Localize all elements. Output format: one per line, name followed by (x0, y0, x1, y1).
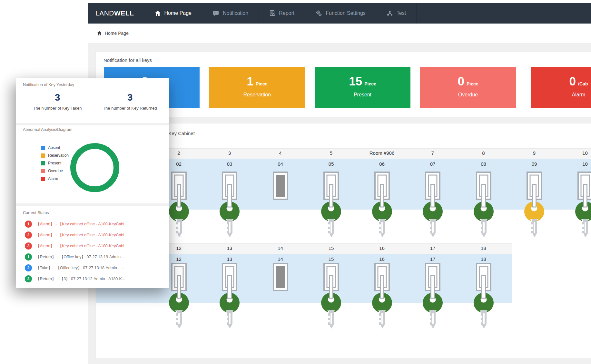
legend-swatch (41, 146, 45, 150)
legend-label: Alarm (48, 176, 58, 181)
nav-item-label: Notification (223, 10, 248, 16)
landwell-logo: LANDWELL (88, 3, 144, 24)
stat-number: 3 (93, 92, 167, 103)
top-nav-bar: LANDWELL Home PageNotificationReportFunc… (88, 3, 591, 24)
legend-item-absent: Absent (41, 145, 60, 150)
logo-text-light: LAND (95, 9, 114, 17)
stat-label: Alarm (531, 92, 591, 98)
key-cabinet-card: r Key Cabinet 202303404505Room #90606707… (95, 123, 591, 358)
status-text: 【Alarm】 - 【Key cabinet offline - A180-Ke… (36, 243, 128, 249)
stat-tile-reservation[interactable]: 1PieceReservation (209, 67, 305, 108)
breadcrumb-label: Home Page (105, 31, 129, 36)
cabinet-column-header: 8 (461, 150, 506, 156)
stat-unit: Piece (364, 81, 376, 86)
cabinet-column-header: 9 (512, 150, 557, 156)
key-slot-number: 08 (461, 161, 506, 167)
stat-tile-alarm[interactable]: 0/CabAlarm (531, 67, 591, 108)
status-badge: 1 (25, 253, 32, 261)
status-item-3: 3【Alarm】 - 【Key cabinet offline - A180-K… (25, 242, 128, 250)
legend-item-alarm: Alarm (41, 176, 58, 181)
status-badge-number: 3 (27, 277, 30, 281)
keys-returned-stat: 3The number of Key Returned (93, 92, 167, 111)
status-text: 【Return】 - 【3】 07-27 13:12 Admin - A180-… (36, 276, 125, 282)
analysis-title: Abnormal Analysis/Diagram (23, 127, 73, 132)
status-item-1: 1【Alarm】 - 【Key cabinet offline - A180-K… (25, 221, 128, 228)
cabinet-column-header: 13 (207, 245, 252, 251)
stat-tile-present[interactable]: 15PiecePresent (315, 67, 410, 108)
legend-swatch (41, 177, 45, 181)
cabinet-column-header: 18 (461, 245, 506, 251)
legend-item-overdue: Overdue (41, 169, 63, 173)
legend-label: Reservation (48, 153, 69, 158)
keys-overview-title: Notification for all keys (103, 57, 152, 63)
stat-caption: The Number of Key Taken (20, 106, 94, 111)
nav-item-report[interactable]: Report (259, 3, 305, 24)
home-icon (97, 31, 102, 36)
status-badge: 1 (25, 221, 32, 228)
key-slot-number: 03 (207, 161, 252, 167)
status-text: 【Take】 - 【Office key】 07-27 13:18 Admin … (36, 265, 124, 271)
nav-item-function-settings[interactable]: Function Settings (305, 3, 376, 24)
nav-item-label: Report (279, 10, 294, 16)
panel-divider (16, 203, 169, 206)
stat-label: Reservation (209, 92, 305, 98)
current-status-title: Current Status (23, 211, 49, 215)
status-badge: 2 (25, 264, 32, 271)
status-text: 【Alarm】 - 【Key cabinet offline - A180-Ke… (36, 232, 128, 238)
cabinet-column-header: 10 (563, 150, 591, 156)
cabinet-title: r Key Cabinet (165, 131, 195, 136)
status-item-6: 3【Return】 - 【3】 07-27 13:12 Admin - A180… (25, 275, 125, 282)
logo-text-bold: WELL (114, 9, 134, 17)
summary-panel: Notification of Key Yesterday 3The Numbe… (16, 78, 169, 288)
cabinet-column-header: 17 (410, 245, 455, 251)
yesterday-title: Notification of Key Yesterday (23, 83, 74, 87)
legend-swatch (41, 169, 45, 173)
function-settings-icon (315, 10, 322, 16)
stat-caption: The number of Key Returned (93, 106, 167, 111)
key-slot-number: 14 (258, 256, 303, 262)
stat-value: 0 (569, 75, 576, 88)
stat-tile-overdue[interactable]: 0PieceOverdue (420, 67, 516, 108)
cabinet-column-header: 15 (309, 245, 354, 251)
nav-item-test[interactable]: Test (376, 3, 417, 24)
legend-label: Absent (48, 145, 60, 150)
cabinet-column-header: 5 (309, 150, 354, 156)
stat-unit: Piece (256, 81, 268, 86)
nav-item-label: Function Settings (326, 10, 366, 16)
notification-icon (212, 10, 219, 16)
key-slot-number: 18 (461, 256, 506, 262)
stat-number: 3 (20, 92, 94, 103)
test-icon (387, 10, 393, 16)
breadcrumb[interactable]: Home Page (88, 24, 591, 43)
status-donut-chart (67, 140, 122, 195)
panel-divider (16, 123, 169, 125)
key-slot-number: 09 (512, 161, 557, 167)
nav-items: Home PageNotificationReportFunction Sett… (144, 3, 417, 24)
legend-label: Overdue (48, 169, 63, 173)
report-icon (269, 10, 275, 16)
status-text: 【Return】 - 【Office key】 07-27 13:19 Admi… (36, 254, 126, 260)
cabinet-column-header: 4 (258, 150, 303, 156)
key-slot-number: 07 (410, 161, 455, 167)
cabinet-column-header: 14 (258, 245, 303, 251)
donut-ring (73, 146, 116, 189)
status-badge-number: 1 (27, 222, 30, 226)
status-item-5: 2【Take】 - 【Office key】 07-27 13:18 Admin… (25, 264, 124, 271)
nav-item-label: Test (397, 10, 406, 16)
home-icon (154, 10, 161, 16)
key-slot-number: 06 (360, 161, 405, 167)
nav-item-home-page[interactable]: Home Page (144, 3, 202, 24)
stat-label: Overdue (420, 92, 516, 98)
key-slot-number: 15 (309, 256, 354, 262)
legend-item-present: Present (41, 161, 61, 165)
key-slot-number: 16 (360, 256, 405, 262)
status-badge-number: 2 (27, 266, 30, 270)
stat-unit: Piece (467, 81, 478, 86)
nav-item-notification[interactable]: Notification (202, 3, 259, 24)
key-slot-number: 04 (258, 161, 303, 167)
status-badge: 3 (25, 242, 32, 250)
status-badge-number: 2 (27, 233, 30, 237)
screenshot-root: { "nav": { "logo": { "light": "LAND", "b… (0, 0, 591, 364)
stat-value: 1 (247, 75, 253, 88)
legend-swatch (41, 161, 45, 165)
